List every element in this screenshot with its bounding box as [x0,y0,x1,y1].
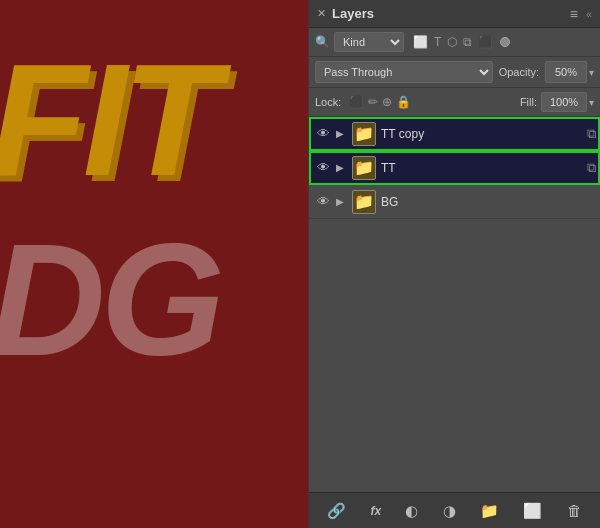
layer-expand-tt[interactable]: ▶ [333,161,347,175]
shape-filter-icon[interactable]: ⬡ [446,34,458,50]
layer-thumb-bg: 📁 [352,190,376,214]
blend-mode-row: Pass Through Normal Multiply Screen Over… [309,57,600,88]
layer-expand-tt-copy[interactable]: ▶ [333,127,347,141]
layer-visibility-tt-copy[interactable]: 👁 [313,124,333,144]
layer-item-tt[interactable]: 👁 ▶ 📁 TT ⧉ [309,151,600,185]
smart-filter-icon[interactable]: ⧉ [462,34,473,50]
blend-mode-select[interactable]: Pass Through Normal Multiply Screen Over… [315,61,493,83]
canvas-area: FIT DG [0,0,308,528]
panel-collapse-button[interactable]: « [586,8,592,20]
delete-layer-button[interactable]: 🗑 [562,498,587,523]
layer-expand-bg[interactable]: ▶ [333,195,347,209]
layer-thumb-tt-copy: 📁 [352,122,376,146]
panel-titlebar: ✕ Layers ≡ « [309,0,600,28]
link-layers-button[interactable]: 🔗 [322,498,351,524]
layer-item-bg[interactable]: 👁 ▶ 📁 BG [309,185,600,219]
panel-close-button[interactable]: ✕ [317,7,326,20]
fill-arrow-icon[interactable]: ▾ [589,97,594,108]
new-group-button[interactable]: 📁 [475,498,504,524]
lock-all-icon[interactable]: 🔒 [396,95,411,109]
layer-visibility-tt[interactable]: 👁 [313,158,333,178]
layer-link-tt[interactable]: ⧉ [587,160,596,176]
layer-link-tt-copy[interactable]: ⧉ [587,126,596,142]
opacity-arrow-icon[interactable]: ▾ [589,67,594,78]
new-layer-button[interactable]: ⬜ [518,498,547,524]
fill-label: Fill: [520,96,537,108]
fill-input[interactable] [541,92,587,112]
canvas-background: FIT DG [0,0,308,528]
add-mask-button[interactable]: ◐ [400,498,423,524]
opacity-input[interactable] [545,61,587,83]
lock-label: Lock: [315,96,341,108]
panel-title: Layers [332,6,374,21]
layer-item-tt-copy[interactable]: 👁 ▶ 📁 TT copy ⧉ [309,117,600,151]
filter-icons-group: ⬜ T ⬡ ⧉ ⬛ [412,34,510,50]
lock-row: Lock: ⬛ ✏ ⊕ 🔒 Fill: ▾ [309,88,600,117]
layers-panel: ✕ Layers ≡ « 🔍 Kind ⬜ T ⬡ ⧉ ⬛ [309,0,600,528]
layer-thumb-tt: 📁 [352,156,376,180]
panels-area: ✕ Layers ≡ « 🔍 Kind ⬜ T ⬡ ⧉ ⬛ [308,0,600,528]
text-filter-icon[interactable]: T [433,34,442,50]
pixel-filter-icon[interactable]: ⬜ [412,34,429,50]
filter-toggle-circle[interactable] [500,37,510,47]
layer-name-tt-copy: TT copy [381,127,583,141]
panel-title-left: ✕ Layers [317,6,374,21]
lock-move-icon[interactable]: ⊕ [382,95,392,109]
opacity-label: Opacity: [499,66,539,78]
panel-bottom-bar: 🔗 fx ◐ ◑ 📁 ⬜ 🗑 [309,492,600,528]
layer-fx-button[interactable]: fx [365,500,386,522]
panel-menu-button[interactable]: ≡ [570,6,578,22]
canvas-overlay [0,0,308,528]
lock-brush-icon[interactable]: ✏ [368,95,378,109]
layer-name-tt: TT [381,161,583,175]
layer-name-bg: BG [381,195,596,209]
adjustment-layer-button[interactable]: ◑ [438,498,461,524]
lock-checkers-icon[interactable]: ⬛ [349,95,364,109]
layers-list: 👁 ▶ 📁 TT copy ⧉ 👁 ▶ 📁 TT ⧉ 👁 [309,117,600,492]
filter-row: 🔍 Kind ⬜ T ⬡ ⧉ ⬛ [309,28,600,57]
search-icon: 🔍 [315,35,330,49]
kind-filter-select[interactable]: Kind [334,32,404,52]
layer-visibility-bg[interactable]: 👁 [313,192,333,212]
adjustment-filter-icon[interactable]: ⬛ [477,34,494,50]
